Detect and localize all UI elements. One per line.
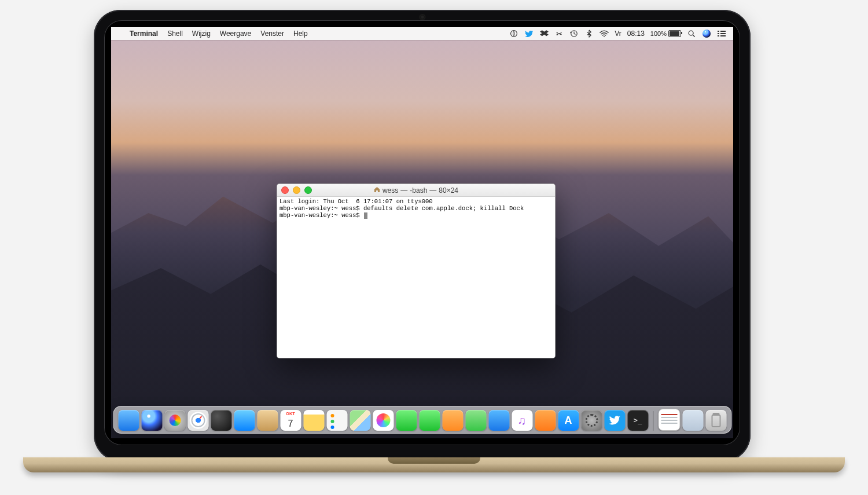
dock-dashboard[interactable]: Dashboard (211, 410, 231, 431)
macbook-frame: Terminal Shell Wijzig Weergave Venster H… (94, 10, 751, 461)
wifi-menubar-icon[interactable] (599, 29, 609, 38)
scissors-menubar-icon[interactable]: ✂︎ (554, 29, 564, 38)
macbook-base-notch (388, 457, 480, 464)
dock-calendar[interactable]: OKT 7 Agenda (280, 410, 301, 431)
dock-documents-stack[interactable]: Documenten (658, 409, 680, 431)
terminal-cursor (364, 212, 367, 219)
twitter-menubar-icon[interactable] (524, 29, 534, 38)
dock-facetime[interactable]: FaceTime (419, 410, 440, 431)
terminal-prompt2-host: mbp-van-wesley:~ (279, 212, 338, 219)
terminal-title-user: wess (382, 186, 398, 195)
dock-photos[interactable]: Foto's (373, 410, 393, 431)
menubar-day[interactable]: Vr (615, 30, 621, 38)
terminal-title-size: 80×24 (439, 186, 458, 195)
bluetooth-menubar-icon[interactable] (584, 29, 594, 38)
window-close-button[interactable] (281, 186, 289, 194)
dock-siri[interactable]: Siri (141, 410, 162, 431)
calendar-month: OKT (280, 411, 301, 416)
battery-menubar[interactable]: 100% (650, 30, 681, 37)
dock-terminal[interactable]: Terminal (627, 410, 648, 431)
dock-sysprefs[interactable]: Systeemvoorkeuren (581, 410, 602, 431)
dock-reminders[interactable]: Herinneringen (326, 410, 347, 431)
home-folder-icon (374, 186, 380, 194)
battery-percent: 100% (650, 30, 667, 37)
dock-keynote[interactable]: Keynote (488, 410, 509, 431)
siri-menubar-icon[interactable] (702, 29, 711, 38)
dock-itunes[interactable]: iTunes (512, 410, 532, 431)
terminal-title-sep2: — (429, 186, 436, 195)
terminal-title-sep1: — (400, 186, 407, 195)
terminal-body[interactable]: Last login: Thu Oct 6 17:01:07 on ttys00… (277, 197, 555, 358)
window-traffic-lights (281, 186, 312, 194)
terminal-line-login: Last login: Thu Oct 6 17:01:07 on ttys00… (279, 198, 433, 205)
dock-contacts[interactable]: Contacten (257, 410, 278, 431)
dropbox-menubar-icon[interactable] (539, 29, 549, 38)
dock-downloads-stack[interactable]: Downloads (682, 410, 703, 431)
terminal-prompt2-user: wess$ (341, 212, 360, 219)
terminal-title: wess — -bash — 80×24 (374, 186, 458, 195)
dock-finder[interactable]: Finder (118, 410, 139, 431)
window-minimize-button[interactable] (293, 186, 300, 194)
calendar-day: 7 (280, 419, 301, 429)
camera-dot (420, 15, 424, 19)
dock-mail[interactable]: Mail (234, 410, 255, 431)
dock-maps[interactable]: Kaarten (350, 410, 370, 431)
svg-point-2 (604, 36, 605, 37)
macbook-base (23, 457, 845, 472)
dock-twitter[interactable]: Twitter (604, 410, 625, 431)
spotlight-icon[interactable] (687, 29, 696, 38)
dock-pages[interactable]: Pages (442, 410, 463, 431)
menubar-app-icon[interactable] (509, 29, 518, 38)
dock-ibooks[interactable]: iBooks (535, 410, 556, 431)
dock-launchpad[interactable]: Launchpad (164, 410, 185, 431)
terminal-titlebar[interactable]: wess — -bash — 80×24 (277, 184, 555, 197)
menu-bar: Terminal Shell Wijzig Weergave Venster H… (111, 27, 733, 40)
timemachine-menubar-icon[interactable] (569, 29, 579, 38)
dock-separator (653, 411, 653, 431)
menu-venster[interactable]: Venster (256, 27, 289, 40)
terminal-title-session: -bash (410, 186, 427, 195)
dock-appstore[interactable]: App Store (558, 410, 579, 431)
terminal-prompt1-host: mbp-van-wesley:~ (279, 205, 338, 212)
menubar-time[interactable]: 08:13 (627, 30, 645, 38)
menu-weergave[interactable]: Weergave (215, 27, 256, 40)
menu-wijzig[interactable]: Wijzig (187, 27, 215, 40)
dock-safari[interactable]: Safari (187, 410, 208, 431)
terminal-prompt1-user: wess$ (341, 205, 360, 212)
terminal-window[interactable]: wess — -bash — 80×24 Last login: Thu Oct… (277, 184, 556, 358)
window-zoom-button[interactable] (304, 186, 312, 194)
dock-messages[interactable]: Berichten (396, 410, 417, 431)
menu-help[interactable]: Help (289, 27, 312, 40)
terminal-command: defaults delete com.apple.dock; killall … (363, 205, 524, 212)
dock: Finder Siri Launchpad Safari Dashboard M… (113, 406, 731, 434)
screen-bezel: Terminal Shell Wijzig Weergave Venster H… (104, 20, 740, 445)
notification-center-icon[interactable] (717, 29, 726, 38)
dock-trash[interactable]: Prullenmand (705, 410, 726, 431)
dock-notes[interactable]: Notities (303, 410, 324, 431)
menu-app-name[interactable]: Terminal (125, 27, 163, 40)
battery-icon (668, 30, 681, 37)
dock-numbers[interactable]: Numbers (465, 410, 486, 431)
screen: Terminal Shell Wijzig Weergave Venster H… (111, 27, 733, 438)
menu-shell[interactable]: Shell (163, 27, 187, 40)
